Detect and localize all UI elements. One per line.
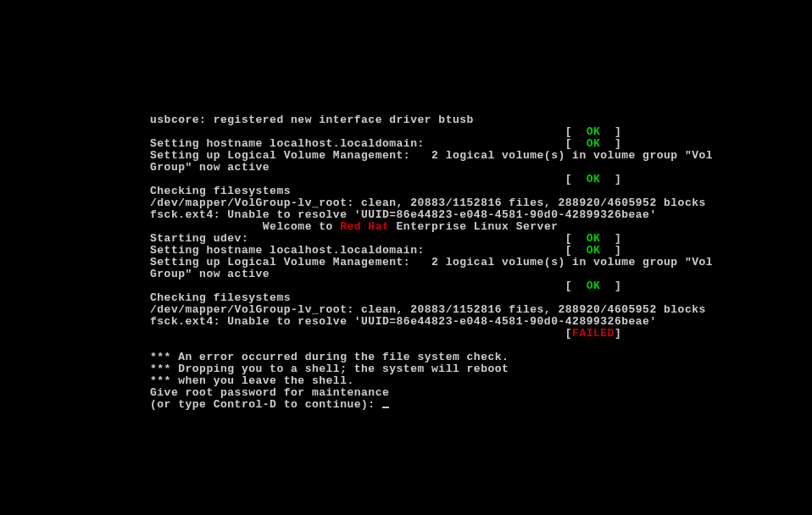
terminal-line: /dev/mapper/VolGroup-lv_root: clean, 208… <box>150 197 812 209</box>
terminal-line: *** An error occurred during the file sy… <box>150 352 812 363</box>
terminal-text: [ <box>150 125 587 138</box>
terminal-text: Welcome to <box>150 220 340 233</box>
status-text-red: Red Hat <box>340 220 389 233</box>
terminal-text: ] <box>600 125 621 138</box>
terminal-text: /dev/mapper/VolGroup-lv_root: clean, 208… <box>150 197 706 209</box>
terminal-text: ] <box>600 232 621 245</box>
terminal-line: Setting up Logical Volume Management: 2 … <box>150 150 812 162</box>
terminal-text: Checking filesystems <box>150 291 291 304</box>
terminal-line: /dev/mapper/VolGroup-lv_root: clean, 208… <box>150 304 812 316</box>
terminal-text: ] <box>600 173 621 186</box>
terminal-line: Setting hostname localhost.localdomain: … <box>150 245 812 257</box>
terminal-text: [ <box>150 280 587 292</box>
terminal-line: usbcore: registered new interface driver… <box>150 114 812 126</box>
terminal-text: Checking filesystems <box>150 185 291 197</box>
terminal-text: *** when you leave the shell. <box>150 374 354 387</box>
terminal-text: [ <box>150 327 572 340</box>
terminal-text: usbcore: registered new interface driver… <box>150 114 474 126</box>
terminal-text: /dev/mapper/VolGroup-lv_root: clean, 208… <box>150 303 706 316</box>
terminal-line: Starting udev: [ OK ] <box>150 233 812 245</box>
status-text-red: FAILED <box>572 327 615 340</box>
terminal-text: Setting hostname localhost.localdomain: … <box>150 137 587 150</box>
terminal-line: fsck.ext4: Unable to resolve 'UUID=86e44… <box>150 209 812 221</box>
terminal-line <box>150 340 812 352</box>
terminal-text: ] <box>615 327 621 340</box>
terminal-line: Checking filesystems <box>150 186 812 197</box>
status-ok: OK <box>587 173 601 186</box>
status-ok: OK <box>587 244 601 257</box>
status-ok: OK <box>587 125 601 138</box>
terminal-text: *** An error occurred during the file sy… <box>150 351 509 363</box>
terminal-text: fsck.ext4: Unable to resolve 'UUID=86e44… <box>150 315 657 328</box>
terminal-text: (or type Control-D to continue): <box>150 398 382 411</box>
terminal-line: Group" now active <box>150 162 812 174</box>
terminal-line: [ OK ] <box>150 126 812 138</box>
terminal-text: Starting udev: [ <box>150 232 587 245</box>
terminal-line: (or type Control-D to continue): <box>150 399 812 411</box>
status-ok: OK <box>587 232 601 245</box>
terminal-text: ] <box>600 137 621 150</box>
terminal-text: Setting up Logical Volume Management: 2 … <box>150 149 713 162</box>
terminal-line: Setting up Logical Volume Management: 2 … <box>150 257 812 269</box>
terminal-text: Setting up Logical Volume Management: 2 … <box>150 256 713 269</box>
status-ok: OK <box>587 137 601 150</box>
terminal-line: *** Dropping you to a shell; the system … <box>150 363 812 375</box>
terminal-line: *** when you leave the shell. <box>150 375 812 387</box>
terminal-text: Group" now active <box>150 161 270 174</box>
terminal-line: [ OK ] <box>150 174 812 186</box>
terminal-text: Setting hostname localhost.localdomain: … <box>150 244 587 257</box>
status-ok: OK <box>587 280 601 292</box>
terminal-text: Give root password for maintenance <box>150 386 389 399</box>
terminal-line: Group" now active <box>150 269 812 280</box>
terminal-line: Give root password for maintenance <box>150 387 812 399</box>
terminal-text: ] <box>600 280 621 292</box>
terminal-text: ] <box>600 244 621 257</box>
terminal-text: *** Dropping you to a shell; the system … <box>150 363 509 375</box>
terminal-text: Enterprise Linux Server <box>389 220 558 233</box>
boot-terminal[interactable]: usbcore: registered new interface driver… <box>0 0 812 411</box>
terminal-line: [ OK ] <box>150 280 812 292</box>
terminal-line: Welcome to Red Hat Enterprise Linux Serv… <box>150 221 812 233</box>
terminal-line: Checking filesystems <box>150 292 812 304</box>
terminal-line: [FAILED] <box>150 328 812 340</box>
terminal-line: fsck.ext4: Unable to resolve 'UUID=86e44… <box>150 316 812 328</box>
terminal-text: Group" now active <box>150 268 270 280</box>
terminal-line: Setting hostname localhost.localdomain: … <box>150 138 812 150</box>
terminal-text: [ <box>150 173 587 186</box>
cursor <box>382 407 389 408</box>
terminal-text: fsck.ext4: Unable to resolve 'UUID=86e44… <box>150 208 657 221</box>
